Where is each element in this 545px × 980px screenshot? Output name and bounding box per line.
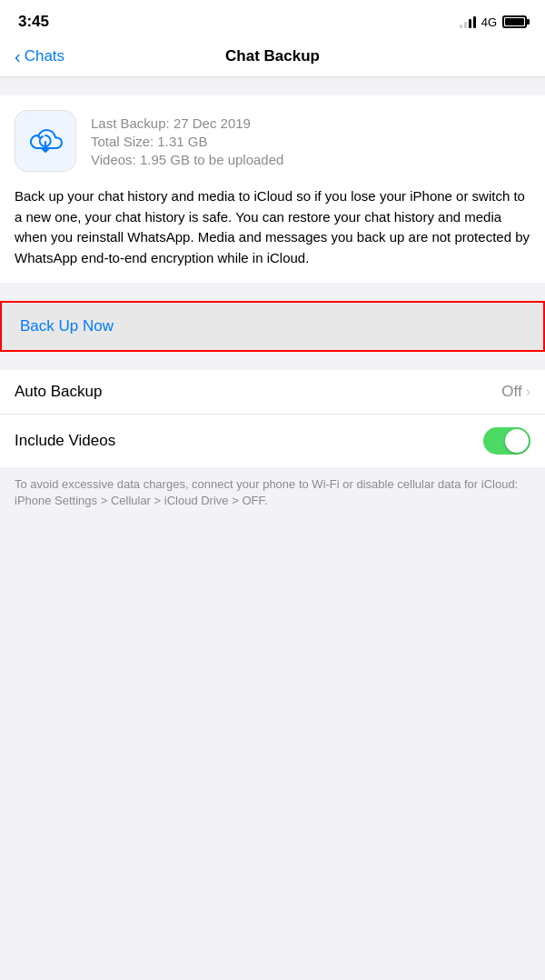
auto-backup-value-wrap: Off › xyxy=(501,383,530,401)
section-gap-top xyxy=(0,77,545,95)
include-videos-row: Include Videos xyxy=(0,415,545,467)
status-icons: 4G xyxy=(460,15,527,29)
videos-text: Videos: 1.95 GB to be uploaded xyxy=(91,152,283,167)
cloud-icon xyxy=(25,125,65,157)
auto-backup-label: Auto Backup xyxy=(15,383,102,401)
backup-info-row: Last Backup: 27 Dec 2019 Total Size: 1.3… xyxy=(15,110,530,172)
battery-icon xyxy=(502,15,527,28)
back-label: Chats xyxy=(25,47,64,65)
backup-details: Last Backup: 27 Dec 2019 Total Size: 1.3… xyxy=(91,115,283,167)
signal-icon xyxy=(460,15,476,28)
settings-section: Auto Backup Off › Include Videos xyxy=(0,370,545,467)
include-videos-toggle[interactable] xyxy=(483,427,530,455)
last-backup-text: Last Backup: 27 Dec 2019 xyxy=(91,115,283,131)
toggle-knob xyxy=(505,429,529,453)
page-title: Chat Backup xyxy=(225,47,320,65)
status-bar: 3:45 4G xyxy=(0,0,545,40)
status-time: 3:45 xyxy=(18,13,49,31)
battery-fill xyxy=(505,18,524,25)
section-gap-mid xyxy=(0,283,545,301)
nav-bar: ‹ Chats Chat Backup xyxy=(0,40,545,77)
backup-description: Back up your chat history and media to i… xyxy=(15,186,530,268)
include-videos-label: Include Videos xyxy=(15,432,115,450)
chevron-right-icon: › xyxy=(526,384,530,400)
backup-card: Last Backup: 27 Dec 2019 Total Size: 1.3… xyxy=(0,95,545,283)
network-label: 4G xyxy=(481,15,497,29)
auto-backup-row[interactable]: Auto Backup Off › xyxy=(0,370,545,415)
cloud-icon-wrap xyxy=(15,110,76,172)
backup-now-button[interactable]: Back Up Now xyxy=(0,301,545,352)
footer-note: To avoid excessive data charges, connect… xyxy=(0,467,545,527)
back-button[interactable]: ‹ Chats xyxy=(15,47,64,65)
footer-note-text: To avoid excessive data charges, connect… xyxy=(15,477,518,507)
total-size-text: Total Size: 1.31 GB xyxy=(91,134,283,149)
chevron-left-icon: ‹ xyxy=(15,47,21,65)
auto-backup-value: Off xyxy=(501,383,521,401)
